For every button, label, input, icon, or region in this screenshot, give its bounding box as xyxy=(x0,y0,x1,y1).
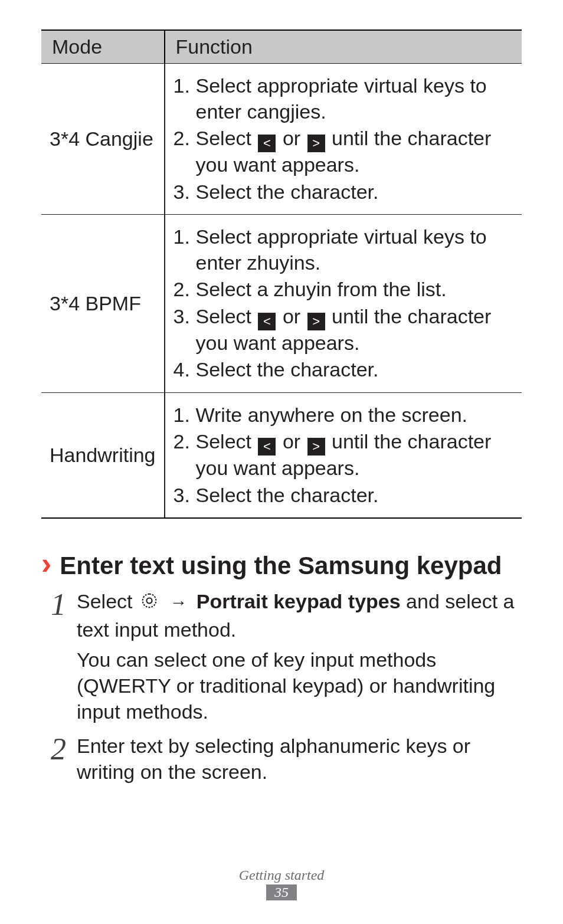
step-number: 2. xyxy=(174,277,196,303)
step-text: Select < or > until the character you wa… xyxy=(196,126,513,178)
step-item: 3.Select < or > until the character you … xyxy=(174,304,513,356)
section-title: Enter text using the Samsung keypad xyxy=(60,552,502,580)
mode-cell: 3*4 BPMF xyxy=(41,215,165,393)
step-text: Select a zhuyin from the list. xyxy=(196,277,513,303)
item-subtext: You can select one of key input methods … xyxy=(77,647,522,725)
table-row: 3*4 Cangjie1.Select appropriate virtual … xyxy=(41,64,522,215)
item-text: Enter text by selecting alphanumeric key… xyxy=(77,733,522,785)
step-number: 1. xyxy=(174,402,196,428)
section: › Enter text using the Samsung keypad 1S… xyxy=(41,548,522,785)
step-text: Select the character. xyxy=(196,483,513,509)
step-text: Select < or > until the character you wa… xyxy=(196,429,513,481)
gear-icon xyxy=(139,591,159,617)
step-item: 2.Select a zhuyin from the list. xyxy=(174,277,513,303)
step-item: 2.Select < or > until the character you … xyxy=(174,429,513,481)
step-text: Select the character. xyxy=(196,179,513,205)
step-number: 2. xyxy=(174,429,196,455)
step-number: 1. xyxy=(174,73,196,99)
mode-cell: 3*4 Cangjie xyxy=(41,64,165,215)
chevron-right-icon: > xyxy=(307,135,325,152)
step-text: Select the character. xyxy=(196,357,513,383)
step-number: 2. xyxy=(174,126,196,152)
function-cell: 1.Select appropriate virtual keys to ent… xyxy=(165,215,522,393)
step-number: 3. xyxy=(174,483,196,509)
step-text: Select appropriate virtual keys to enter… xyxy=(196,73,513,124)
item-line: Select → Portrait keypad types and selec… xyxy=(77,588,522,643)
item-text: Select → Portrait keypad types and selec… xyxy=(77,588,522,725)
table-row: Handwriting1.Write anywhere on the scree… xyxy=(41,392,522,518)
header-mode: Mode xyxy=(41,30,165,64)
svg-point-0 xyxy=(146,598,152,604)
chevron-left-icon: < xyxy=(258,313,276,330)
page-number: 35 xyxy=(266,884,297,900)
bold-label: Portrait keypad types xyxy=(197,590,401,612)
chevron-left-icon: < xyxy=(258,438,276,456)
chevron-right-icon: > xyxy=(307,438,325,456)
step-item: 1.Select appropriate virtual keys to ent… xyxy=(174,73,513,124)
item-number: 1 xyxy=(41,588,66,620)
numbered-list: 1Select → Portrait keypad types and sele… xyxy=(41,588,522,785)
step-text: Write anywhere on the screen. xyxy=(196,402,513,428)
list-item: 1Select → Portrait keypad types and sele… xyxy=(41,588,522,725)
step-item: 1.Select appropriate virtual keys to ent… xyxy=(174,224,513,276)
chevron-right-icon: > xyxy=(307,313,325,330)
steps-list: 1.Write anywhere on the screen.2.Select … xyxy=(174,402,513,509)
item-number: 2 xyxy=(41,733,66,765)
arrow-right-icon: → xyxy=(169,592,187,612)
page: Mode Function 3*4 Cangjie1.Select approp… xyxy=(0,0,563,924)
step-number: 3. xyxy=(174,179,196,205)
step-item: 3.Select the character. xyxy=(174,179,513,205)
step-item: 3.Select the character. xyxy=(174,483,513,509)
steps-list: 1.Select appropriate virtual keys to ent… xyxy=(174,73,513,205)
header-function: Function xyxy=(165,30,522,64)
step-item: 4.Select the character. xyxy=(174,357,513,383)
section-header: › Enter text using the Samsung keypad xyxy=(41,548,522,580)
step-text: Select appropriate virtual keys to enter… xyxy=(196,224,513,276)
step-number: 4. xyxy=(174,357,196,383)
table-row: 3*4 BPMF1.Select appropriate virtual key… xyxy=(41,215,522,393)
footer-text: Getting started xyxy=(0,867,563,883)
footer: Getting started 35 xyxy=(0,867,563,900)
step-number: 3. xyxy=(174,304,196,330)
chevron-left-icon: < xyxy=(258,135,276,152)
mode-cell: Handwriting xyxy=(41,392,165,518)
step-text: Select < or > until the character you wa… xyxy=(196,304,513,356)
step-item: 2.Select < or > until the character you … xyxy=(174,126,513,178)
step-item: 1.Write anywhere on the screen. xyxy=(174,402,513,428)
steps-list: 1.Select appropriate virtual keys to ent… xyxy=(174,224,513,383)
list-item: 2Enter text by selecting alphanumeric ke… xyxy=(41,733,522,785)
table-header-row: Mode Function xyxy=(41,30,522,64)
modes-table: Mode Function 3*4 Cangjie1.Select approp… xyxy=(41,30,522,519)
function-cell: 1.Write anywhere on the screen.2.Select … xyxy=(165,392,522,518)
item-line: Enter text by selecting alphanumeric key… xyxy=(77,733,522,785)
chevron-right-icon: › xyxy=(41,548,51,579)
function-cell: 1.Select appropriate virtual keys to ent… xyxy=(165,64,522,215)
step-number: 1. xyxy=(174,224,196,250)
